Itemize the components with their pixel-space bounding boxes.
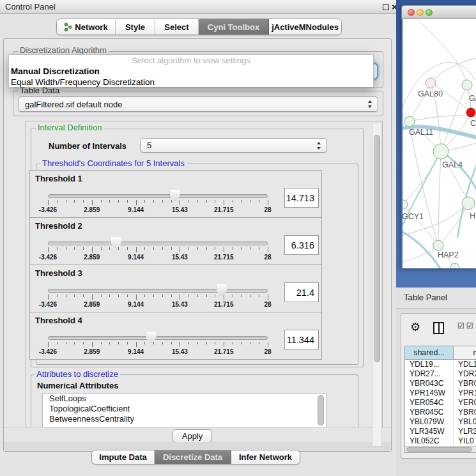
network-node[interactable] bbox=[462, 80, 472, 90]
popup-option-equal-width[interactable]: Equal Width/Frequency Discretization bbox=[9, 77, 373, 88]
slider-tick bbox=[83, 342, 84, 344]
table-cell[interactable]: YLR345W bbox=[405, 427, 454, 436]
slider-tick bbox=[215, 247, 215, 250]
slider-tick bbox=[180, 295, 180, 300]
slider-tick bbox=[74, 342, 75, 344]
slider-tick bbox=[188, 200, 189, 203]
slider-tick bbox=[188, 295, 189, 297]
network-node-gal80[interactable] bbox=[426, 78, 436, 88]
columns-icon[interactable] bbox=[433, 322, 444, 334]
table-row[interactable]: YLR345WYLR3 bbox=[405, 427, 476, 436]
network-node-selected-red[interactable] bbox=[466, 108, 475, 117]
slider-tick bbox=[109, 247, 110, 250]
table-row[interactable]: YBL079WYBL0 bbox=[405, 417, 476, 427]
threshold-1-value[interactable] bbox=[284, 188, 319, 208]
tab-jactivemnodules[interactable]: jActiveMNodules bbox=[269, 19, 341, 35]
float-window-icon[interactable] bbox=[383, 4, 389, 10]
threshold-2-value[interactable] bbox=[284, 235, 319, 255]
table-cell[interactable]: YBR0 bbox=[454, 408, 476, 417]
network-node[interactable] bbox=[450, 263, 459, 268]
table-cell[interactable]: YBL0 bbox=[454, 417, 476, 427]
tab-network[interactable]: Network bbox=[57, 19, 116, 35]
checkbox-icons[interactable]: ☑☑ bbox=[457, 321, 475, 330]
close-traffic-light-icon[interactable] bbox=[408, 9, 415, 16]
slider-tick bbox=[74, 247, 75, 250]
table-cell[interactable]: YDL1 bbox=[454, 360, 476, 369]
threshold-1-slider[interactable]: -3.4262.8599.14415.4321.71528 bbox=[35, 191, 280, 215]
table-cell[interactable]: YER0 bbox=[454, 398, 476, 408]
slider-tick bbox=[171, 295, 172, 297]
attribute-list-item[interactable]: TopologicalCoefficient bbox=[43, 404, 326, 414]
table-row[interactable]: YIL052CYIL0 bbox=[405, 436, 476, 446]
numerical-attributes-list[interactable]: SelfLoopsTopologicalCoefficientBetweenne… bbox=[42, 393, 326, 427]
table-cell[interactable]: YPR1 bbox=[454, 388, 476, 398]
table-horizontal-scrollbar[interactable] bbox=[405, 446, 476, 452]
table-cell[interactable]: YPR145W bbox=[405, 388, 454, 398]
threshold-4-value[interactable] bbox=[284, 330, 319, 349]
minimize-traffic-light-icon[interactable] bbox=[417, 9, 424, 16]
table-row[interactable]: YER054CYER0 bbox=[405, 398, 476, 408]
attribute-list-item[interactable]: BetweennessCentrality bbox=[43, 414, 326, 424]
threshold-2-slider[interactable]: -3.4262.8599.14415.4321.71528 bbox=[35, 238, 280, 263]
tab-style[interactable]: Style bbox=[116, 19, 155, 35]
table-cell[interactable]: YER054C bbox=[405, 398, 454, 408]
zoom-traffic-light-icon[interactable] bbox=[426, 9, 433, 16]
number-of-intervals-combobox[interactable]: 5 bbox=[140, 138, 327, 153]
scrollbar-thumb[interactable] bbox=[406, 447, 472, 452]
apply-button[interactable]: Apply bbox=[173, 429, 212, 443]
table-row[interactable]: YDR27...YDR2 bbox=[405, 369, 476, 379]
table-cell[interactable]: YBR0 bbox=[454, 379, 476, 388]
slider-tick bbox=[250, 200, 250, 203]
threshold-3-slider[interactable]: -3.4262.8599.14415.4321.71528 bbox=[35, 286, 280, 310]
tab-select[interactable]: Select bbox=[155, 19, 199, 35]
table-cell[interactable]: YIL0 bbox=[454, 436, 476, 446]
slider-tick-label: 28 bbox=[264, 301, 271, 308]
table-row[interactable]: YBR043CYBR0 bbox=[405, 379, 476, 388]
table-cell[interactable]: YBR043C bbox=[405, 379, 454, 388]
gear-icon[interactable]: ⚙ bbox=[410, 320, 420, 334]
table-row[interactable]: YPR145WYPR1 bbox=[405, 388, 476, 398]
table-data-combobox[interactable]: galFiltered.sif default node bbox=[18, 96, 378, 112]
table-cell[interactable]: YDL19... bbox=[405, 360, 454, 369]
slider-tick bbox=[136, 342, 137, 347]
tab-discretize-data[interactable]: Discretize Data bbox=[155, 450, 231, 464]
table-cell[interactable]: YIL052C bbox=[405, 436, 454, 446]
table-row[interactable]: YBR045CYBR0 bbox=[405, 408, 476, 417]
network-node-gal4[interactable] bbox=[433, 144, 449, 159]
attribute-list-item[interactable]: SelfLoops bbox=[43, 394, 326, 404]
scrollbar-thumb[interactable] bbox=[374, 135, 380, 362]
table-row[interactable]: YDL19...YDL1 bbox=[405, 360, 476, 369]
slider-tick bbox=[127, 247, 128, 250]
tab-impute-data[interactable]: Impute Data bbox=[92, 450, 155, 464]
scrollbar-thumb[interactable] bbox=[318, 395, 324, 426]
threshold-4-slider[interactable]: -3.4262.8599.14415.4321.71528 bbox=[35, 333, 280, 357]
control-panel-titlebar: Control Panel × bbox=[0, 0, 396, 14]
network-canvas[interactable]: GAL80 GA GAL11 C GAL4 GCY1 H HAP2 bbox=[403, 19, 476, 268]
network-node-hap2[interactable] bbox=[433, 240, 443, 250]
threshold-2-panel: Threshold 2 -3.4262.8599.14415.4321.7152… bbox=[29, 217, 322, 265]
slider-tick-label: 21.715 bbox=[214, 301, 234, 308]
table-cell[interactable]: YBR045C bbox=[405, 408, 454, 417]
network-node-gal11[interactable] bbox=[404, 116, 415, 127]
column-header-shared-name[interactable]: shared... bbox=[405, 346, 454, 360]
network-node-gcy1[interactable] bbox=[403, 200, 408, 209]
table-cell[interactable]: YBL079W bbox=[405, 417, 454, 427]
tab-infer-network[interactable]: Infer Network bbox=[231, 450, 300, 464]
table-cell[interactable]: YDR27... bbox=[405, 369, 454, 379]
table-cell[interactable]: YDR2 bbox=[454, 369, 476, 379]
table-cell[interactable]: YLR3 bbox=[454, 427, 476, 436]
slider-tick-label: 15.43 bbox=[172, 254, 188, 261]
table-panel-inner: ⚙ ☑☑ shared... na YDL19...YDL1YDR27...YD… bbox=[401, 313, 476, 459]
column-header-name[interactable]: na bbox=[454, 346, 476, 360]
slider-tick-label: 15.43 bbox=[172, 301, 188, 308]
tab-cyni-toolbox[interactable]: Cyni Toolbox bbox=[199, 19, 269, 35]
settings-vertical-scrollbar[interactable] bbox=[372, 123, 382, 447]
network-node[interactable] bbox=[462, 197, 475, 210]
slider-tick bbox=[224, 200, 224, 205]
threshold-3-value[interactable] bbox=[284, 282, 319, 302]
node-label: HAP2 bbox=[438, 250, 459, 259]
popup-option-manual-discretization[interactable]: Manual Discretization bbox=[9, 66, 373, 77]
attributes-list-scrollbar[interactable] bbox=[317, 395, 325, 427]
slider-tick bbox=[171, 342, 172, 344]
slider-tick-label: 28 bbox=[264, 348, 271, 355]
